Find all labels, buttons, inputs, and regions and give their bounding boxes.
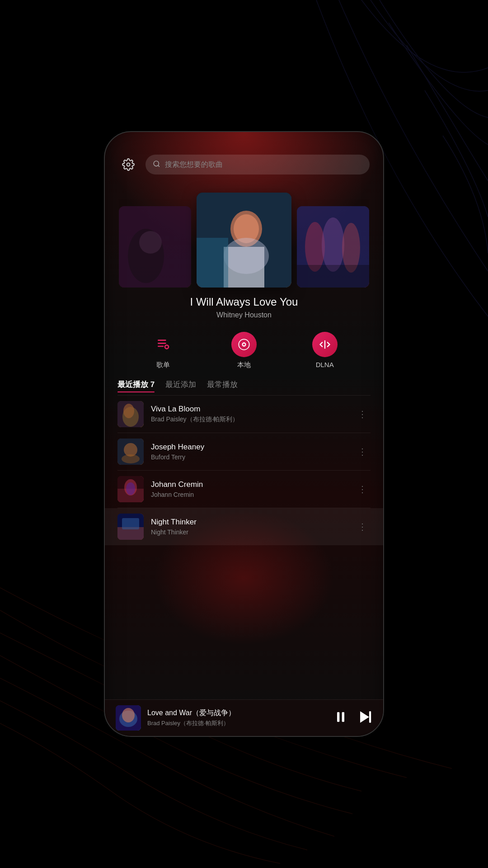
- more-button-2[interactable]: ⋮: [354, 480, 371, 498]
- svg-point-1: [154, 161, 159, 166]
- song-item-1[interactable]: Joseph Heaney Buford Terry ⋮: [105, 433, 383, 470]
- song-thumb-1: [117, 439, 144, 465]
- song-item-2[interactable]: Johann Cremin Johann Cremin ⋮: [105, 471, 383, 508]
- svg-rect-2: [119, 206, 191, 288]
- svg-point-18: [322, 217, 344, 272]
- search-placeholder: 搜索您想要的歌曲: [165, 160, 223, 170]
- svg-rect-22: [158, 343, 166, 344]
- nav-local[interactable]: 本地: [231, 332, 257, 369]
- tab-added[interactable]: 最近添加: [165, 379, 196, 392]
- song-thumb-3: [117, 514, 144, 540]
- tab-recent[interactable]: 最近播放 7: [117, 379, 155, 392]
- svg-rect-46: [337, 712, 339, 722]
- svg-rect-14: [197, 238, 228, 288]
- now-playing-title: Love and War（爱与战争）: [147, 708, 327, 718]
- song-artist-2: Johann Cremin: [151, 491, 347, 498]
- now-playing-thumb: [116, 705, 141, 731]
- svg-point-6: [146, 223, 162, 243]
- more-button-0[interactable]: ⋮: [354, 405, 371, 423]
- song-info: I Will Always Love You Whitney Houston: [105, 288, 383, 323]
- song-details-3: Night Thinker Night Thinker: [151, 518, 347, 536]
- svg-rect-20: [297, 265, 369, 288]
- song-title-0: Viva La Bloom: [151, 405, 347, 414]
- playback-controls: [333, 709, 372, 727]
- more-button-3[interactable]: ⋮: [354, 518, 371, 536]
- song-title-1: Joseph Heaney: [151, 443, 347, 452]
- svg-rect-49: [369, 711, 371, 723]
- album-card-right[interactable]: [297, 206, 369, 288]
- song-details-1: Joseph Heaney Buford Terry: [151, 443, 347, 461]
- nav-dlna[interactable]: DLNA: [312, 332, 338, 369]
- search-bar[interactable]: 搜索您想要的歌曲: [145, 155, 370, 175]
- svg-point-4: [132, 226, 173, 285]
- svg-point-35: [122, 454, 140, 463]
- song-details-2: Johann Cremin Johann Cremin: [151, 480, 347, 498]
- song-thumb-2: [117, 476, 144, 502]
- tab-frequent[interactable]: 最常播放: [207, 379, 238, 392]
- now-playing-info: Love and War（爱与战争） Brad Paisley（布拉德·帕斯利）: [147, 708, 327, 727]
- song-item-0[interactable]: Viva La Bloom Brad Paisley（布拉德·帕斯利） ⋮: [105, 396, 383, 433]
- nav-icons: 歌单 本地: [105, 323, 383, 374]
- svg-point-25: [166, 346, 168, 348]
- tabs-section: 最近播放 7 最近添加 最常播放: [105, 374, 383, 395]
- now-playing-bar[interactable]: Love and War（爱与战争） Brad Paisley（布拉德·帕斯利）: [105, 699, 383, 736]
- svg-rect-7: [145, 245, 163, 272]
- dlna-icon: [312, 332, 338, 357]
- nav-playlist-label: 歌单: [156, 361, 170, 369]
- svg-rect-23: [158, 346, 164, 347]
- phone-frame: 搜索您想要的歌曲: [104, 131, 384, 737]
- svg-rect-42: [122, 518, 139, 529]
- next-button[interactable]: [357, 709, 372, 727]
- nav-playlist[interactable]: 歌单: [150, 332, 176, 369]
- header: 搜索您想要的歌曲: [105, 132, 383, 184]
- search-icon: [153, 160, 160, 170]
- album-card-left[interactable]: [119, 206, 191, 288]
- song-details-0: Viva La Bloom Brad Paisley（布拉德·帕斯利）: [151, 405, 347, 424]
- svg-rect-3: [119, 206, 191, 288]
- svg-point-28: [243, 344, 245, 346]
- svg-rect-21: [158, 340, 166, 341]
- featured-song-title: I Will Always Love You: [114, 296, 374, 308]
- local-icon: [231, 332, 257, 357]
- song-artist-0: Brad Paisley（布拉德·帕斯利）: [151, 415, 347, 424]
- more-button-1[interactable]: ⋮: [354, 443, 371, 461]
- svg-point-32: [123, 404, 134, 418]
- nav-dlna-label: DLNA: [316, 361, 334, 368]
- nav-local-label: 本地: [237, 361, 251, 369]
- svg-point-5: [137, 224, 164, 269]
- song-title-3: Night Thinker: [151, 518, 347, 527]
- svg-point-39: [126, 482, 135, 495]
- album-card-center[interactable]: [197, 193, 291, 288]
- album-carousel: [105, 184, 383, 288]
- song-title-2: Johann Cremin: [151, 480, 347, 489]
- song-item-3[interactable]: Night Thinker Night Thinker ⋮: [105, 508, 383, 545]
- playlist-icon: [150, 332, 176, 357]
- pause-button[interactable]: [333, 710, 348, 726]
- svg-rect-47: [342, 712, 344, 722]
- svg-marker-48: [360, 711, 369, 723]
- song-thumb-0: [117, 401, 144, 427]
- song-artist-1: Buford Terry: [151, 453, 347, 461]
- svg-point-13: [224, 238, 269, 274]
- settings-button[interactable]: [118, 155, 138, 175]
- now-playing-artist: Brad Paisley（布拉德·帕斯利）: [147, 719, 327, 727]
- featured-song-artist: Whitney Houston: [114, 311, 374, 319]
- svg-point-45: [122, 708, 135, 722]
- song-list: Viva La Bloom Brad Paisley（布拉德·帕斯利） ⋮ Jo…: [105, 396, 383, 699]
- svg-point-0: [127, 163, 130, 166]
- song-artist-3: Night Thinker: [151, 528, 347, 536]
